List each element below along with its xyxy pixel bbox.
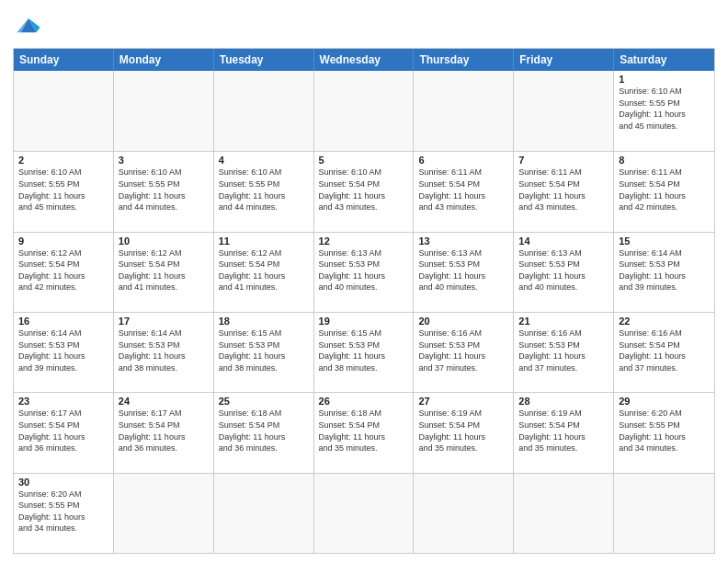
day-cell: 8Sunrise: 6:11 AM Sunset: 5:54 PM Daylig… — [614, 152, 714, 231]
day-cell: 14Sunrise: 6:13 AM Sunset: 5:53 PM Dayli… — [514, 233, 614, 312]
day-cell — [214, 71, 314, 151]
day-number: 13 — [418, 236, 508, 247]
day-number: 20 — [418, 316, 508, 327]
day-cell: 2Sunrise: 6:10 AM Sunset: 5:55 PM Daylig… — [14, 152, 114, 231]
day-info: Sunrise: 6:18 AM Sunset: 5:54 PM Dayligh… — [219, 408, 309, 454]
day-info: Sunrise: 6:16 AM Sunset: 5:53 PM Dayligh… — [518, 327, 609, 373]
day-cell: 27Sunrise: 6:19 AM Sunset: 5:54 PM Dayli… — [414, 393, 514, 472]
day-info: Sunrise: 6:17 AM Sunset: 5:54 PM Dayligh… — [119, 408, 209, 454]
week-row: 2Sunrise: 6:10 AM Sunset: 5:55 PM Daylig… — [14, 151, 714, 231]
day-cell: 6Sunrise: 6:11 AM Sunset: 5:54 PM Daylig… — [414, 152, 514, 231]
day-info: Sunrise: 6:13 AM Sunset: 5:53 PM Dayligh… — [518, 247, 609, 293]
day-cell: 7Sunrise: 6:11 AM Sunset: 5:54 PM Daylig… — [514, 152, 614, 231]
day-info: Sunrise: 6:19 AM Sunset: 5:54 PM Dayligh… — [518, 408, 609, 454]
day-cell: 28Sunrise: 6:19 AM Sunset: 5:54 PM Dayli… — [514, 393, 614, 472]
day-info: Sunrise: 6:18 AM Sunset: 5:54 PM Dayligh… — [319, 408, 409, 454]
day-cell — [314, 474, 415, 553]
day-number: 4 — [219, 155, 309, 166]
day-info: Sunrise: 6:10 AM Sunset: 5:55 PM Dayligh… — [18, 167, 108, 213]
day-number: 5 — [319, 155, 409, 166]
day-info: Sunrise: 6:19 AM Sunset: 5:54 PM Dayligh… — [418, 408, 508, 454]
day-info: Sunrise: 6:11 AM Sunset: 5:54 PM Dayligh… — [518, 167, 609, 213]
day-number: 15 — [619, 236, 710, 247]
day-number: 22 — [619, 316, 710, 327]
day-info: Sunrise: 6:12 AM Sunset: 5:54 PM Dayligh… — [119, 247, 209, 293]
day-cell: 11Sunrise: 6:12 AM Sunset: 5:54 PM Dayli… — [214, 233, 314, 312]
day-info: Sunrise: 6:10 AM Sunset: 5:54 PM Dayligh… — [319, 167, 409, 213]
day-number: 25 — [219, 396, 309, 407]
day-info: Sunrise: 6:16 AM Sunset: 5:53 PM Dayligh… — [418, 327, 508, 373]
day-cell — [14, 71, 114, 151]
day-cell: 21Sunrise: 6:16 AM Sunset: 5:53 PM Dayli… — [514, 313, 614, 392]
day-cell — [114, 71, 214, 151]
day-number: 17 — [119, 316, 209, 327]
day-info: Sunrise: 6:14 AM Sunset: 5:53 PM Dayligh… — [119, 327, 209, 373]
day-info: Sunrise: 6:10 AM Sunset: 5:55 PM Dayligh… — [219, 167, 309, 213]
day-header: Friday — [514, 49, 614, 71]
day-number: 1 — [619, 74, 710, 85]
day-cell — [414, 474, 514, 553]
week-row: 23Sunrise: 6:17 AM Sunset: 5:54 PM Dayli… — [14, 392, 714, 472]
day-cell: 23Sunrise: 6:17 AM Sunset: 5:54 PM Dayli… — [14, 393, 114, 472]
day-headers: SundayMondayTuesdayWednesdayThursdayFrid… — [14, 49, 714, 71]
day-cell: 22Sunrise: 6:16 AM Sunset: 5:54 PM Dayli… — [614, 313, 714, 392]
day-cell: 10Sunrise: 6:12 AM Sunset: 5:54 PM Dayli… — [114, 233, 214, 312]
day-info: Sunrise: 6:11 AM Sunset: 5:54 PM Dayligh… — [418, 167, 508, 213]
day-number: 23 — [18, 396, 108, 407]
day-info: Sunrise: 6:10 AM Sunset: 5:55 PM Dayligh… — [619, 86, 710, 132]
day-cell — [114, 474, 214, 553]
day-number: 16 — [18, 316, 108, 327]
day-cell: 1Sunrise: 6:10 AM Sunset: 5:55 PM Daylig… — [614, 71, 714, 151]
day-cell: 18Sunrise: 6:15 AM Sunset: 5:53 PM Dayli… — [214, 313, 314, 392]
day-info: Sunrise: 6:17 AM Sunset: 5:54 PM Dayligh… — [18, 408, 108, 454]
day-header: Wednesday — [314, 49, 415, 71]
day-info: Sunrise: 6:14 AM Sunset: 5:53 PM Dayligh… — [18, 327, 108, 373]
day-number: 11 — [219, 236, 309, 247]
day-info: Sunrise: 6:13 AM Sunset: 5:53 PM Dayligh… — [319, 247, 409, 293]
day-number: 8 — [619, 155, 710, 166]
day-header: Sunday — [14, 49, 114, 71]
day-info: Sunrise: 6:11 AM Sunset: 5:54 PM Dayligh… — [619, 167, 710, 213]
day-cell — [414, 71, 514, 151]
day-info: Sunrise: 6:13 AM Sunset: 5:53 PM Dayligh… — [418, 247, 508, 293]
day-cell: 9Sunrise: 6:12 AM Sunset: 5:54 PM Daylig… — [14, 233, 114, 312]
day-number: 21 — [518, 316, 609, 327]
day-number: 6 — [418, 155, 508, 166]
day-number: 19 — [319, 316, 409, 327]
day-cell: 30Sunrise: 6:20 AM Sunset: 5:55 PM Dayli… — [14, 474, 114, 553]
day-cell: 12Sunrise: 6:13 AM Sunset: 5:53 PM Dayli… — [314, 233, 415, 312]
week-row: 30Sunrise: 6:20 AM Sunset: 5:55 PM Dayli… — [14, 473, 714, 553]
day-cell: 13Sunrise: 6:13 AM Sunset: 5:53 PM Dayli… — [414, 233, 514, 312]
day-header: Saturday — [614, 49, 714, 71]
day-cell: 29Sunrise: 6:20 AM Sunset: 5:55 PM Dayli… — [614, 393, 714, 472]
day-cell: 17Sunrise: 6:14 AM Sunset: 5:53 PM Dayli… — [114, 313, 214, 392]
week-row: 16Sunrise: 6:14 AM Sunset: 5:53 PM Dayli… — [14, 312, 714, 392]
day-header: Thursday — [414, 49, 514, 71]
day-number: 12 — [319, 236, 409, 247]
calendar: SundayMondayTuesdayWednesdayThursdayFrid… — [13, 48, 715, 554]
day-header: Tuesday — [214, 49, 314, 71]
day-cell: 20Sunrise: 6:16 AM Sunset: 5:53 PM Dayli… — [414, 313, 514, 392]
calendar-body: 1Sunrise: 6:10 AM Sunset: 5:55 PM Daylig… — [14, 71, 714, 553]
day-number: 27 — [418, 396, 508, 407]
logo — [13, 13, 41, 42]
day-cell — [614, 474, 714, 553]
day-number: 26 — [319, 396, 409, 407]
day-cell: 16Sunrise: 6:14 AM Sunset: 5:53 PM Dayli… — [14, 313, 114, 392]
day-cell: 15Sunrise: 6:14 AM Sunset: 5:53 PM Dayli… — [614, 233, 714, 312]
day-number: 10 — [119, 236, 209, 247]
day-number: 24 — [119, 396, 209, 407]
day-cell: 3Sunrise: 6:10 AM Sunset: 5:55 PM Daylig… — [114, 152, 214, 231]
day-number: 9 — [18, 236, 108, 247]
day-cell: 25Sunrise: 6:18 AM Sunset: 5:54 PM Dayli… — [214, 393, 314, 472]
day-info: Sunrise: 6:15 AM Sunset: 5:53 PM Dayligh… — [319, 327, 409, 373]
week-row: 9Sunrise: 6:12 AM Sunset: 5:54 PM Daylig… — [14, 232, 714, 312]
day-cell: 26Sunrise: 6:18 AM Sunset: 5:54 PM Dayli… — [314, 393, 415, 472]
day-number: 30 — [18, 477, 108, 488]
day-header: Monday — [114, 49, 214, 71]
day-cell: 24Sunrise: 6:17 AM Sunset: 5:54 PM Dayli… — [114, 393, 214, 472]
day-cell — [514, 71, 614, 151]
day-info: Sunrise: 6:20 AM Sunset: 5:55 PM Dayligh… — [619, 408, 710, 454]
day-number: 7 — [518, 155, 609, 166]
day-cell: 4Sunrise: 6:10 AM Sunset: 5:55 PM Daylig… — [214, 152, 314, 231]
